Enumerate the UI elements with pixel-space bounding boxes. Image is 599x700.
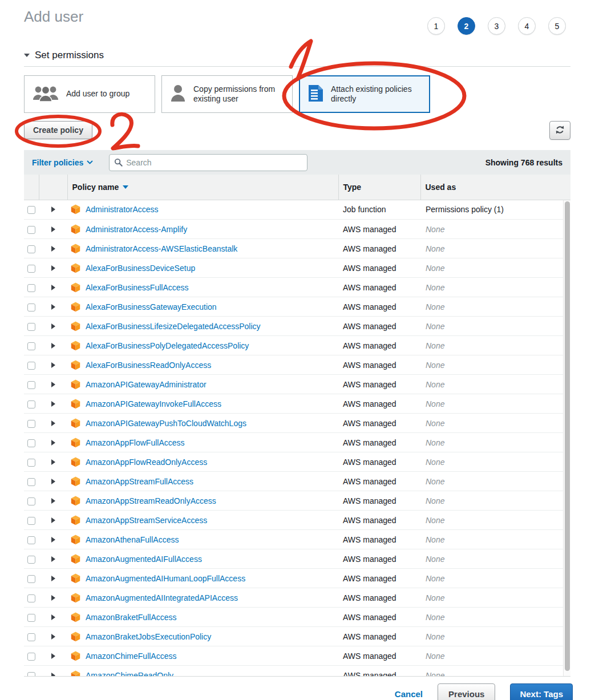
row-checkbox[interactable]: [27, 245, 35, 253]
row-checkbox[interactable]: [27, 304, 35, 311]
expand-arrow-icon[interactable]: [51, 246, 55, 252]
policy-name-link[interactable]: AmazonBraketFullAccess: [86, 613, 177, 622]
policy-type: AWS managed: [338, 433, 420, 452]
previous-button[interactable]: Previous: [438, 683, 495, 700]
row-checkbox[interactable]: [27, 575, 35, 583]
policy-name-link[interactable]: AmazonChimeFullAccess: [86, 652, 177, 661]
expand-arrow-icon[interactable]: [51, 362, 55, 368]
expand-arrow-icon[interactable]: [51, 265, 55, 271]
policy-name-link[interactable]: AdministratorAccess-Amplify: [86, 225, 187, 234]
policy-name-link[interactable]: AlexaForBusinessPolyDelegatedAccessPolic…: [86, 341, 249, 350]
row-checkbox[interactable]: [27, 459, 35, 467]
row-checkbox[interactable]: [27, 400, 35, 408]
row-checkbox[interactable]: [27, 439, 35, 447]
row-checkbox[interactable]: [27, 342, 35, 350]
policy-type: AWS managed: [338, 239, 420, 258]
expand-arrow-icon[interactable]: [51, 285, 55, 290]
policy-name-link[interactable]: AmazonAPIGatewayAdministrator: [86, 380, 207, 389]
search-input[interactable]: [126, 158, 302, 167]
expand-arrow-icon[interactable]: [51, 479, 55, 484]
expand-arrow-icon[interactable]: [51, 673, 55, 676]
policy-name-link[interactable]: AdministratorAccess: [86, 205, 159, 214]
policy-name-link[interactable]: AlexaForBusinessReadOnlyAccess: [86, 361, 211, 370]
expand-arrow-icon[interactable]: [51, 517, 55, 523]
policy-name-link[interactable]: AlexaForBusinessGatewayExecution: [86, 302, 217, 311]
policy-used-as: None: [420, 239, 570, 258]
table-scrollbar[interactable]: [563, 200, 570, 676]
expand-arrow-icon[interactable]: [51, 207, 55, 212]
row-checkbox[interactable]: [27, 420, 35, 428]
policy-name-link[interactable]: AmazonAppStreamReadOnlyAccess: [86, 496, 216, 505]
policy-name-link[interactable]: AmazonBraketJobsExecutionPolicy: [86, 632, 211, 641]
expand-arrow-icon[interactable]: [51, 576, 55, 581]
expand-arrow-icon[interactable]: [51, 382, 55, 387]
row-checkbox[interactable]: [27, 381, 35, 389]
row-checkbox[interactable]: [27, 672, 35, 676]
expand-arrow-icon[interactable]: [51, 556, 55, 562]
row-checkbox[interactable]: [27, 362, 35, 370]
policy-name-link[interactable]: AlexaForBusinessDeviceSetup: [86, 264, 195, 273]
header-policy-name[interactable]: Policy name: [67, 175, 338, 200]
policy-name-link[interactable]: AmazonAppFlowFullAccess: [86, 438, 185, 447]
policy-name-link[interactable]: AmazonAppFlowReadOnlyAccess: [86, 458, 207, 467]
row-checkbox[interactable]: [27, 226, 35, 234]
scrollbar-thumb[interactable]: [565, 201, 570, 671]
expand-arrow-icon[interactable]: [51, 226, 55, 232]
policy-used-as: None: [420, 666, 570, 676]
expand-arrow-icon[interactable]: [51, 634, 55, 640]
policy-name-link[interactable]: AmazonAthenaFullAccess: [86, 535, 179, 544]
next-tags-button[interactable]: Next: Tags: [510, 683, 573, 700]
expand-arrow-icon[interactable]: [51, 420, 55, 426]
option-attach-existing-policies[interactable]: Attach existing policies directly: [299, 75, 430, 113]
expand-arrow-icon[interactable]: [51, 304, 55, 310]
row-checkbox[interactable]: [27, 633, 35, 641]
expand-arrow-icon[interactable]: [51, 401, 55, 407]
policy-name-link[interactable]: AlexaForBusinessLifesizeDelegatedAccessP…: [86, 322, 261, 331]
row-checkbox[interactable]: [27, 556, 35, 564]
policy-name-link[interactable]: AmazonAppStreamFullAccess: [86, 477, 193, 486]
row-checkbox[interactable]: [27, 594, 35, 602]
row-checkbox[interactable]: [27, 478, 35, 486]
expand-arrow-icon[interactable]: [51, 653, 55, 659]
policy-name-link[interactable]: AdministratorAccess-AWSElasticBeanstalk: [86, 244, 237, 253]
policy-name-link[interactable]: AmazonAPIGatewayPushToCloudWatchLogs: [86, 419, 246, 428]
set-permissions-header[interactable]: Set permissions: [24, 50, 599, 61]
policy-name-link[interactable]: AlexaForBusinessFullAccess: [86, 283, 189, 292]
row-checkbox[interactable]: [27, 206, 35, 214]
expand-arrow-icon[interactable]: [51, 440, 55, 446]
sort-desc-icon: [123, 185, 128, 189]
refresh-button[interactable]: [549, 121, 570, 140]
row-checkbox[interactable]: [27, 614, 35, 622]
policy-name-link[interactable]: AmazonAugmentedAIFullAccess: [86, 555, 202, 564]
row-checkbox[interactable]: [27, 536, 35, 544]
row-checkbox[interactable]: [27, 497, 35, 505]
create-policy-button[interactable]: Create policy: [24, 121, 92, 139]
expand-arrow-icon[interactable]: [51, 343, 55, 349]
policy-name-link[interactable]: AmazonAugmentedAIIntegratedAPIAccess: [86, 593, 238, 602]
expand-arrow-icon[interactable]: [51, 614, 55, 620]
cancel-button[interactable]: Cancel: [395, 689, 423, 699]
option-add-user-to-group[interactable]: Add user to group: [24, 75, 155, 113]
expand-arrow-icon[interactable]: [51, 323, 55, 329]
policy-cube-icon: [71, 244, 80, 254]
policy-cube-icon: [71, 670, 80, 676]
expand-arrow-icon[interactable]: [51, 459, 55, 465]
expand-arrow-icon[interactable]: [51, 498, 55, 504]
section-title: Set permissions: [35, 50, 104, 61]
row-checkbox[interactable]: [27, 265, 35, 273]
row-checkbox[interactable]: [27, 284, 35, 292]
expand-arrow-icon[interactable]: [51, 595, 55, 601]
row-checkbox[interactable]: [27, 653, 35, 661]
policy-name-link[interactable]: AmazonAugmentedAIHumanLoopFullAccess: [86, 574, 245, 583]
policy-type: AWS managed: [338, 472, 420, 491]
expand-arrow-icon[interactable]: [51, 537, 55, 543]
policy-name-link[interactable]: AmazonChimeReadOnly: [86, 671, 173, 676]
filter-policies-dropdown[interactable]: Filter policies: [32, 158, 93, 167]
option-label: Add user to group: [66, 89, 129, 99]
policy-name-link[interactable]: AmazonAppStreamServiceAccess: [86, 516, 207, 525]
row-checkbox[interactable]: [27, 517, 35, 525]
policy-name-link[interactable]: AmazonAPIGatewayInvokeFullAccess: [86, 399, 221, 408]
policy-used-as: None: [420, 452, 570, 472]
option-copy-permissions[interactable]: Copy permissions from existing user: [161, 75, 293, 113]
row-checkbox[interactable]: [27, 323, 35, 331]
